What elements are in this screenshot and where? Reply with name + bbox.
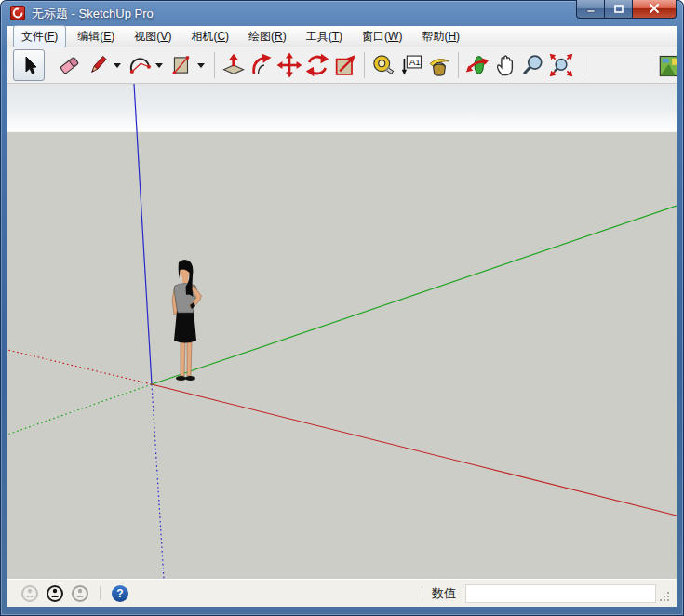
statusbar-separator — [422, 586, 422, 600]
person-component[interactable] — [166, 259, 212, 385]
drawing-axes — [7, 84, 677, 579]
add-location-tool-button[interactable] — [657, 52, 677, 80]
statusbar-separator — [100, 586, 101, 600]
rotate-icon — [304, 52, 330, 78]
toolbar-separator — [364, 52, 365, 78]
menu-camera[interactable]: 相机(C) — [182, 25, 237, 48]
tape-measure-tool-button[interactable] — [369, 51, 397, 79]
menu-help[interactable]: 帮助(H) — [413, 25, 468, 48]
scale-icon — [332, 52, 358, 78]
follow-me-tool-button[interactable] — [248, 51, 275, 79]
measurements-label: 数值 — [432, 585, 456, 602]
move-icon — [276, 52, 302, 78]
blue-axis-dotted — [152, 384, 164, 579]
map-icon — [658, 53, 677, 79]
toolbar-separator — [458, 52, 459, 78]
window-controls — [577, 0, 677, 19]
toolbar-separator — [583, 52, 583, 78]
toolbar: A1 — [7, 47, 677, 84]
select-arrow-icon — [18, 54, 40, 76]
line-tool-button[interactable] — [84, 51, 112, 79]
pan-tool-button[interactable] — [491, 51, 519, 79]
select-tool-button[interactable] — [13, 49, 45, 81]
orbit-icon — [464, 52, 490, 78]
tape-measure-icon — [370, 52, 396, 78]
menu-view[interactable]: 视图(V) — [126, 25, 180, 48]
menu-tools[interactable]: 工具(T) — [298, 25, 351, 48]
model-viewport[interactable] — [7, 84, 677, 579]
titlebar[interactable]: 无标题 - SketchUp Pro — [0, 0, 684, 26]
menu-file[interactable]: 文件(F) — [13, 25, 66, 48]
eraser-tool-button[interactable] — [56, 51, 84, 79]
toolbar-separator — [214, 52, 215, 78]
menu-window[interactable]: 窗口(W) — [354, 25, 410, 48]
zoom-extents-icon — [548, 52, 574, 78]
arc-dropdown-arrow-icon[interactable] — [155, 63, 163, 68]
zoom-extents-tool-button[interactable] — [547, 51, 575, 79]
pencil-icon — [86, 53, 110, 77]
help-icon[interactable]: ? — [112, 585, 128, 602]
app-window: 无标题 - SketchUp Pro 文件(F) 编辑(E) 视图(V) 相机(… — [0, 0, 684, 616]
arc-tool-button[interactable] — [126, 51, 154, 79]
menubar: 文件(F) 编辑(E) 视图(V) 相机(C) 绘图(R) 工具(T) 窗口(W… — [7, 26, 677, 47]
rectangle-tool-button[interactable] — [168, 51, 195, 79]
eraser-icon — [58, 53, 82, 77]
arc-icon — [127, 52, 153, 78]
svg-text:A1: A1 — [409, 57, 422, 67]
orbit-tool-button[interactable] — [463, 51, 491, 79]
blue-axis-solid — [134, 84, 152, 384]
green-axis-solid — [152, 206, 677, 384]
zoom-tool-button[interactable] — [519, 51, 547, 79]
minimize-button[interactable] — [576, 0, 605, 19]
person-leg — [187, 342, 192, 376]
follow-me-icon — [248, 52, 275, 78]
menu-edit[interactable]: 编辑(E) — [69, 25, 123, 48]
red-axis-dotted — [7, 350, 152, 384]
person-skirt — [174, 310, 196, 343]
measurements-input[interactable] — [465, 584, 656, 603]
rectangle-icon — [169, 53, 194, 77]
menu-draw[interactable]: 绘图(R) — [240, 25, 295, 48]
paint-bucket-tool-button[interactable] — [425, 51, 453, 79]
scale-tool-button[interactable] — [331, 51, 359, 79]
person-shoe — [176, 376, 186, 381]
window-title: 无标题 - SketchUp Pro — [32, 6, 154, 22]
person-leg — [181, 342, 185, 376]
text-icon: A1 — [398, 52, 424, 78]
rectangle-dropdown-arrow-icon[interactable] — [197, 63, 205, 68]
sketchup-logo-icon — [10, 6, 25, 20]
pan-hand-icon — [492, 52, 518, 78]
paint-bucket-icon — [426, 52, 452, 78]
attribution-status-icon[interactable] — [47, 585, 63, 602]
resize-grip[interactable] — [659, 591, 671, 603]
sign-in-status-icon[interactable] — [72, 585, 88, 602]
move-tool-button[interactable] — [275, 51, 303, 79]
text-tool-button[interactable]: A1 — [397, 51, 425, 79]
green-axis-dotted — [7, 384, 152, 435]
person-shoe — [185, 376, 195, 381]
red-axis-solid — [152, 384, 677, 516]
maximize-button[interactable] — [604, 0, 633, 19]
line-dropdown-arrow-icon[interactable] — [114, 63, 121, 68]
statusbar: ? 数值 — [7, 579, 677, 607]
close-button[interactable] — [632, 0, 677, 19]
rotate-tool-button[interactable] — [303, 51, 331, 79]
zoom-icon — [520, 52, 546, 78]
push-pull-tool-button[interactable] — [220, 51, 248, 79]
push-pull-icon — [221, 52, 247, 78]
geolocation-status-icon[interactable] — [21, 585, 38, 602]
